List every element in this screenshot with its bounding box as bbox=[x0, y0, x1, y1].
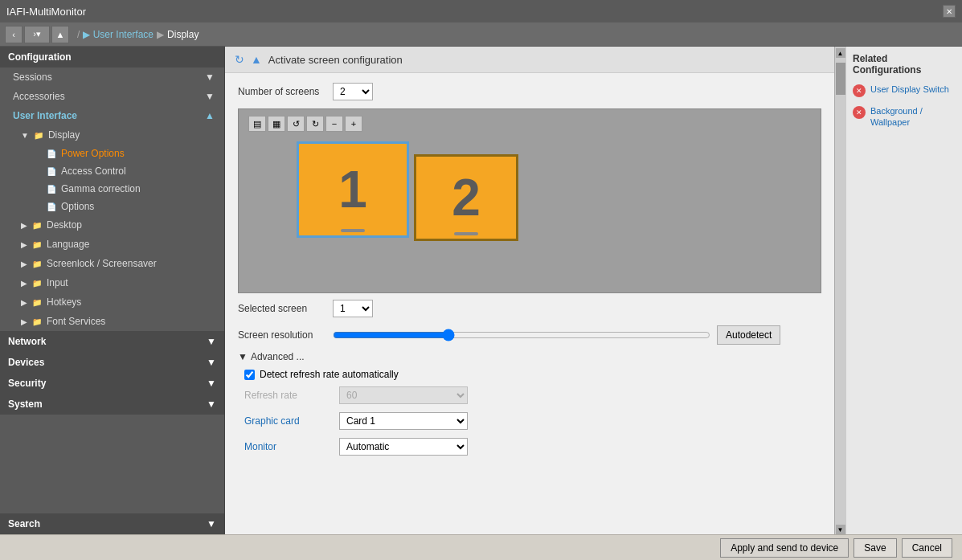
sidebar-item-options[interactable]: 📄 Options bbox=[24, 198, 224, 215]
save-button[interactable]: Save bbox=[854, 538, 896, 558]
content-header: ↻ ▲ Activate screen configuration bbox=[225, 47, 834, 73]
sidebar-item-access-control[interactable]: 📄 Access Control bbox=[24, 162, 224, 180]
sidebar-item-desktop[interactable]: ▶ 📁 Desktop bbox=[8, 215, 224, 235]
breadcrumb-user-interface[interactable]: ▶ User Interface bbox=[83, 29, 154, 40]
graphic-card-row: Graphic card Card 1 Card 2 bbox=[244, 412, 821, 430]
selected-screen-select[interactable]: 1 2 bbox=[333, 300, 373, 317]
sidebar-item-power-options[interactable]: 📄 Power Options bbox=[24, 145, 224, 162]
selected-screen-row: Selected screen 1 2 bbox=[238, 300, 821, 317]
canvas-tool-minus[interactable]: − bbox=[325, 116, 343, 132]
monitor-row: Monitor Automatic bbox=[244, 438, 821, 456]
monitor-label: Monitor bbox=[244, 441, 333, 452]
cancel-button[interactable]: Cancel bbox=[902, 538, 952, 558]
graphic-card-select[interactable]: Card 1 Card 2 bbox=[339, 412, 468, 430]
advanced-label: Advanced ... bbox=[251, 351, 305, 362]
canvas-tool-grid2[interactable]: ▦ bbox=[268, 116, 285, 132]
scrollbar-up[interactable]: ▲ bbox=[836, 48, 845, 58]
title-bar-left: IAFI-MultiMonitor bbox=[6, 6, 86, 18]
sidebar-item-language[interactable]: ▶ 📁 Language bbox=[8, 235, 224, 254]
advanced-header[interactable]: ▼ Advanced ... bbox=[238, 351, 821, 362]
monitor-2[interactable]: 2 bbox=[414, 154, 518, 241]
activate-label: Activate screen configuration bbox=[268, 54, 403, 66]
monitor-2-number: 2 bbox=[452, 168, 481, 227]
search-bar[interactable]: Search ▼ bbox=[0, 513, 224, 534]
title-bar: IAFI-MultiMonitor ✕ bbox=[0, 0, 962, 22]
detect-refresh-row: Detect refresh rate automatically bbox=[244, 369, 821, 380]
screen-resolution-label: Screen resolution bbox=[238, 329, 326, 341]
related-icon-background: ✕ bbox=[853, 106, 866, 119]
scrollbar-down[interactable]: ▼ bbox=[836, 525, 845, 534]
up-button[interactable]: ▲ bbox=[51, 26, 69, 43]
back-button[interactable]: ‹ bbox=[5, 26, 23, 43]
scrollbar-track[interactable]: ▲ ▼ bbox=[834, 47, 845, 534]
breadcrumb-separator: / bbox=[77, 29, 80, 40]
canvas-tool-plus[interactable]: + bbox=[345, 116, 362, 132]
breadcrumb: / ▶ User Interface ▶ Display bbox=[77, 29, 199, 40]
autodetect-button[interactable]: Autodetect bbox=[717, 325, 780, 345]
monitor-2-stand bbox=[454, 232, 478, 235]
sidebar-item-input[interactable]: ▶ 📁 Input bbox=[8, 273, 224, 292]
content-area: ↻ ▲ Activate screen configuration Number… bbox=[225, 47, 834, 534]
sidebar-item-user-interface[interactable]: User Interface ▲ bbox=[0, 106, 224, 125]
detect-refresh-checkbox[interactable] bbox=[244, 370, 255, 380]
close-button[interactable]: ✕ bbox=[943, 5, 956, 18]
monitor-select[interactable]: Automatic bbox=[339, 438, 468, 456]
scrollbar-thumb[interactable] bbox=[836, 63, 845, 95]
toolbar: ‹ ›▾ ▲ / ▶ User Interface ▶ Display bbox=[0, 22, 962, 47]
monitor-1[interactable]: 1 bbox=[297, 141, 409, 238]
screen-resolution-slider[interactable] bbox=[333, 329, 710, 341]
sidebar-item-display[interactable]: ▼ 📁 Display bbox=[8, 125, 224, 145]
monitor-1-number: 1 bbox=[338, 160, 367, 219]
apply-send-button[interactable]: Apply and send to device bbox=[720, 538, 849, 558]
sidebar: Configuration Sessions ▼ Accessories ▼ U… bbox=[0, 47, 225, 534]
app-title: IAFI-MultiMonitor bbox=[6, 6, 86, 18]
sidebar-item-gamma-correction[interactable]: 📄 Gamma correction bbox=[24, 180, 224, 198]
number-of-screens-select[interactable]: 2 1 3 4 bbox=[333, 83, 373, 100]
screen-canvas: ▤ ▦ ↺ ↻ − + 1 2 bbox=[238, 108, 821, 293]
related-item-user-display-switch[interactable]: ✕ User Display Switch bbox=[853, 84, 956, 97]
related-label-background: Background / Wallpaper bbox=[870, 105, 956, 129]
canvas-tool-rotate-cw[interactable]: ↻ bbox=[306, 116, 324, 132]
configuration-header[interactable]: Configuration bbox=[0, 47, 224, 67]
related-item-background-wallpaper[interactable]: ✕ Background / Wallpaper bbox=[853, 105, 956, 129]
advanced-content: Detect refresh rate automatically Refres… bbox=[238, 369, 821, 456]
content-body: Number of screens 2 1 3 4 ▤ ▦ ↺ ↻ − + bbox=[225, 73, 834, 473]
sidebar-security-header[interactable]: Security ▼ bbox=[0, 373, 224, 394]
graphic-card-label: Graphic card bbox=[244, 415, 333, 427]
number-of-screens-label: Number of screens bbox=[238, 86, 326, 97]
sidebar-item-hotkeys[interactable]: ▶ 📁 Hotkeys bbox=[8, 292, 224, 312]
sidebar-system-header[interactable]: System ▼ bbox=[0, 394, 224, 415]
related-label-user-display: User Display Switch bbox=[870, 84, 949, 95]
refresh-rate-select[interactable]: 60 bbox=[339, 386, 468, 404]
advanced-section: ▼ Advanced ... Detect refresh rate autom… bbox=[238, 351, 821, 456]
breadcrumb-display: Display bbox=[167, 29, 199, 40]
selected-screen-label: Selected screen bbox=[238, 303, 326, 314]
monitor-1-stand bbox=[341, 229, 365, 232]
sidebar-devices-header[interactable]: Devices ▼ bbox=[0, 352, 224, 373]
sidebar-item-font-services[interactable]: ▶ 📁 Font Services bbox=[8, 312, 224, 331]
refresh-rate-label: Refresh rate bbox=[244, 390, 333, 401]
right-panel: Related Configurations ✕ User Display Sw… bbox=[845, 47, 962, 534]
footer: Apply and send to device Save Cancel bbox=[0, 534, 962, 560]
right-panel-title: Related Configurations bbox=[853, 53, 956, 76]
monitors-area: 1 2 bbox=[297, 141, 518, 241]
refresh-rate-row: Refresh rate 60 bbox=[244, 386, 821, 404]
refresh-icon: ↻ bbox=[235, 53, 244, 66]
sidebar-item-sessions[interactable]: Sessions ▼ bbox=[0, 67, 224, 87]
sidebar-network-header[interactable]: Network ▼ bbox=[0, 331, 224, 352]
screen-resolution-row: Screen resolution Autodetect bbox=[238, 325, 821, 345]
detect-refresh-label: Detect refresh rate automatically bbox=[260, 369, 399, 380]
sidebar-item-screenlock[interactable]: ▶ 📁 Screenlock / Screensaver bbox=[8, 254, 224, 273]
forward-button[interactable]: ›▾ bbox=[24, 26, 50, 43]
canvas-toolbar: ▤ ▦ ↺ ↻ − + bbox=[248, 116, 362, 132]
main-layout: Configuration Sessions ▼ Accessories ▼ U… bbox=[0, 47, 962, 534]
sidebar-item-accessories[interactable]: Accessories ▼ bbox=[0, 87, 224, 106]
canvas-tool-grid[interactable]: ▤ bbox=[248, 116, 266, 132]
canvas-tool-rotate-ccw[interactable]: ↺ bbox=[287, 116, 305, 132]
related-icon-user-display: ✕ bbox=[853, 84, 866, 97]
number-of-screens-row: Number of screens 2 1 3 4 bbox=[238, 83, 821, 100]
